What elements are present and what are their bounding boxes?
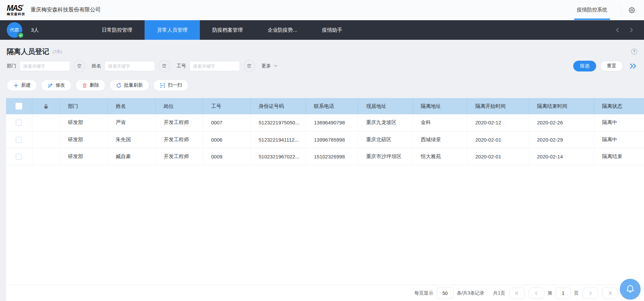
- system-tab-epidemic[interactable]: 疫情防控系统: [572, 0, 612, 20]
- cell-r2-c4: 5102321967022...: [250, 148, 306, 165]
- filter-label: 姓名: [92, 63, 101, 69]
- more-label: 更多: [262, 63, 271, 69]
- first-page-button[interactable]: [509, 288, 525, 299]
- status-check-badge: [18, 32, 24, 38]
- table-row[interactable]: 研发部臧自豪开发工程师00095102321967022...151023269…: [6, 148, 644, 165]
- cell-r0-c9: 2020-02-26: [529, 114, 594, 131]
- table-row[interactable]: 研发部严肯开发工程师00075123221975050...1369649079…: [6, 114, 644, 131]
- nav-tab-4[interactable]: 疫情助手: [310, 20, 355, 40]
- records-label: 条/共3条记录: [457, 290, 485, 296]
- reset-button[interactable]: 重置: [600, 61, 623, 71]
- more-filters-toggle[interactable]: 更多: [262, 63, 278, 69]
- nav-tabs: 日常防控管理异常人员管理防疫档案管理企业防疫势...疫情助手: [89, 20, 355, 40]
- toolbar-button-label: 修改: [56, 82, 65, 88]
- trash-icon: [82, 83, 87, 88]
- cell-r0-c2: 开发工程师: [155, 114, 203, 131]
- expand-double-chevron-icon[interactable]: [628, 62, 637, 70]
- toolbar-button-4[interactable]: 扫一扫: [153, 80, 188, 91]
- chevron-left-icon[interactable]: [614, 27, 621, 33]
- cell-r2-c5: 15102326998: [306, 148, 358, 165]
- cell-r0-c10: 隔离中: [594, 114, 644, 131]
- row-checkbox[interactable]: [16, 154, 22, 160]
- empty-toggle-button[interactable]: 空: [159, 60, 170, 72]
- filter-group-0: 部门空: [7, 60, 85, 72]
- total-pages-label: 共1页: [493, 290, 505, 296]
- last-page-button[interactable]: [602, 288, 618, 299]
- chevron-right-icon[interactable]: [628, 27, 635, 33]
- column-header-2: 岗位: [155, 98, 203, 114]
- page-number-input[interactable]: [556, 288, 571, 299]
- row-checkbox[interactable]: [16, 120, 22, 126]
- user-avatar[interactable]: 代霞: [7, 22, 22, 38]
- cell-r2-c3: 0009: [203, 148, 250, 165]
- nav-tab-1[interactable]: 异常人员管理: [145, 20, 200, 40]
- select-all-checkbox[interactable]: [16, 103, 22, 110]
- cell-r2-c9: 2020-02-14: [529, 148, 594, 165]
- per-page-input[interactable]: [437, 288, 454, 299]
- cell-r0-c0: 研发部: [60, 114, 108, 131]
- filter-group-1: 姓名空: [92, 60, 170, 72]
- cell-r1-c0: 研发部: [60, 131, 108, 148]
- chevron-down-icon: [274, 65, 278, 67]
- filter-group-2: 工号空: [177, 60, 255, 72]
- table-panel: 部门姓名岗位工号身份证号码联系电话现居地址隔离地址隔离开始时间隔离结束时间隔离状…: [6, 98, 644, 301]
- row-checkbox[interactable]: [16, 137, 22, 143]
- scan-icon: [160, 83, 165, 88]
- table-header-row: 部门姓名岗位工号身份证号码联系电话现居地址隔离地址隔离开始时间隔离结束时间隔离状…: [6, 98, 644, 114]
- row-lock-cell: [32, 131, 60, 148]
- filter-input-1[interactable]: [104, 61, 155, 71]
- cell-r0-c3: 0007: [203, 114, 250, 131]
- toolbar-button-1[interactable]: 修改: [41, 80, 71, 91]
- empty-toggle-button[interactable]: 空: [74, 60, 85, 72]
- row-lock-cell: [32, 114, 60, 131]
- help-icon[interactable]: ?: [631, 49, 637, 55]
- toolbar-button-label: 批量刷新: [124, 82, 143, 88]
- nav-tab-3[interactable]: 企业防疫势...: [255, 20, 310, 40]
- gear-icon[interactable]: [628, 6, 636, 14]
- column-header-6: 现居地址: [358, 98, 412, 114]
- cell-r2-c8: 2020-02-01: [467, 148, 529, 165]
- toolbar-button-3[interactable]: 批量刷新: [110, 80, 149, 91]
- cell-r2-c1: 臧自豪: [108, 148, 155, 165]
- main-nav: 代霞 3人 日常防控管理异常人员管理防疫档案管理企业防疫势...疫情助手: [0, 20, 644, 40]
- filter-label: 部门: [7, 63, 16, 69]
- cell-r1-c9: 2020-02-29: [529, 131, 594, 148]
- logo-subtext: 梅安森科技: [7, 12, 25, 16]
- bell-icon: [625, 284, 635, 294]
- edit-icon: [48, 83, 53, 88]
- nav-tab-2[interactable]: 防疫档案管理: [200, 20, 255, 40]
- page-title: 隔离人员登记: [7, 47, 49, 56]
- cell-r2-c6: 重庆市沙坪坝区: [358, 148, 412, 165]
- column-header-9: 隔离结束时间: [529, 98, 594, 114]
- cell-r0-c7: 金科: [412, 114, 467, 131]
- toolbar-button-2[interactable]: 删除: [75, 80, 105, 91]
- table-row[interactable]: 研发部朱先国开发工程师00065123221941112...139967859…: [6, 131, 644, 148]
- notification-bell-button[interactable]: [620, 279, 641, 300]
- toolbar-button-label: 删除: [90, 82, 99, 88]
- column-header-1: 姓名: [108, 98, 155, 114]
- cell-r2-c0: 研发部: [60, 148, 108, 165]
- toolbar-button-0[interactable]: 新建: [7, 80, 37, 91]
- empty-toggle-button[interactable]: 空: [244, 60, 255, 72]
- filter-bar: 部门空姓名空工号空 更多 筛选 重置: [0, 60, 644, 72]
- nav-tab-0[interactable]: 日常防控管理: [89, 20, 145, 40]
- filter-input-0[interactable]: [20, 61, 70, 71]
- company-name: 重庆梅安森科技股份有限公司: [31, 6, 101, 13]
- divider: [621, 6, 621, 14]
- prev-page-button[interactable]: [529, 288, 544, 299]
- toolbar-button-label: 扫一扫: [168, 82, 182, 88]
- next-page-button[interactable]: [583, 288, 598, 299]
- filter-button[interactable]: 筛选: [573, 61, 596, 71]
- filter-input-2[interactable]: [189, 61, 240, 71]
- cell-r0-c5: 13696490798: [306, 114, 358, 131]
- cell-r1-c3: 0006: [203, 131, 250, 148]
- plus-icon: [13, 83, 19, 88]
- filter-label: 工号: [177, 63, 186, 69]
- cell-r1-c6: 重庆北碚区: [358, 131, 412, 148]
- page-prefix: 第: [548, 290, 552, 296]
- cell-r1-c7: 西城绿景: [412, 131, 467, 148]
- column-header-5: 联系电话: [306, 98, 358, 114]
- cell-r0-c6: 重庆九龙坡区: [358, 114, 412, 131]
- cell-r2-c2: 开发工程师: [155, 148, 203, 165]
- cell-r1-c10: 隔离中: [594, 131, 644, 148]
